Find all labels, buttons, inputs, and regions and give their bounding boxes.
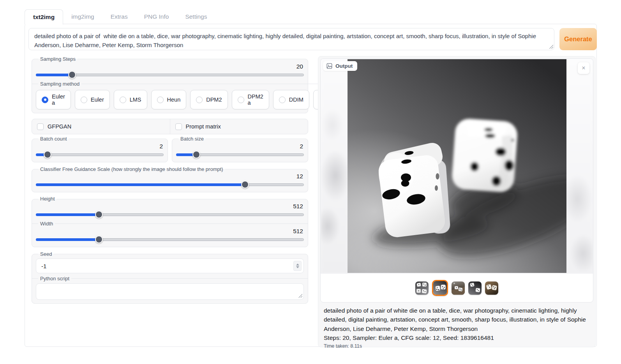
height-value: 512 bbox=[36, 202, 304, 210]
seed-stepper[interactable] bbox=[293, 261, 302, 271]
gallery-thumbnails bbox=[321, 274, 593, 302]
tab-txt2img[interactable]: txt2img bbox=[25, 9, 63, 25]
batch-count-label: Batch count bbox=[38, 136, 69, 142]
radio-label: DPM2 bbox=[206, 97, 222, 103]
prompt-matrix-checkbox[interactable] bbox=[175, 123, 182, 130]
seed-group: Seed Python script bbox=[32, 251, 308, 304]
slider-track[interactable] bbox=[36, 74, 304, 76]
width-slider[interactable] bbox=[36, 236, 304, 243]
settings-column: Sampling Steps 20 Sampling method Euler … bbox=[32, 56, 308, 304]
prompt-matrix-checkbox-cell[interactable]: Prompt matrix bbox=[170, 119, 308, 134]
output-panel: Output × bbox=[318, 56, 596, 347]
radio-dpm2[interactable]: DPM2 bbox=[190, 90, 228, 109]
slider-thumb[interactable] bbox=[44, 151, 51, 158]
cfg-scale-label: Classifier Free Guidance Scale (how stro… bbox=[38, 166, 225, 172]
gallery-thumbnail-3[interactable] bbox=[452, 281, 465, 295]
python-script-wrap bbox=[36, 283, 304, 300]
cfg-scale-slider[interactable] bbox=[36, 181, 304, 188]
batch-count-group: Batch count 2 bbox=[32, 136, 168, 162]
tab-extras[interactable]: Extras bbox=[102, 9, 136, 25]
radio-circle bbox=[196, 97, 203, 103]
sampling-method-label: Sampling method bbox=[38, 81, 81, 87]
seed-input[interactable] bbox=[36, 259, 303, 273]
batch-size-slider[interactable] bbox=[176, 151, 304, 158]
slider-fill bbox=[36, 238, 99, 241]
image-icon bbox=[326, 63, 332, 69]
image-blur-edge-left bbox=[321, 59, 348, 274]
slider-thumb[interactable] bbox=[68, 71, 76, 79]
seed-label: Seed bbox=[38, 251, 54, 257]
sampling-group: Sampling Steps 20 Sampling method Euler … bbox=[32, 56, 308, 113]
width-value: 512 bbox=[36, 227, 304, 235]
gallery-thumbnail-4[interactable] bbox=[468, 281, 482, 295]
radio-circle bbox=[238, 97, 244, 103]
cfg-scale-value: 12 bbox=[36, 172, 304, 180]
gfpgan-checkbox-cell[interactable]: GFPGAN bbox=[32, 119, 170, 134]
radio-label: LMS bbox=[130, 97, 141, 103]
radio-lms[interactable]: LMS bbox=[114, 90, 147, 109]
generate-button[interactable]: Generate bbox=[559, 28, 597, 50]
cfg-scale-group: Classifier Free Guidance Scale (how stro… bbox=[32, 166, 308, 193]
gallery-thumbnail-1[interactable] bbox=[415, 281, 429, 295]
image-blur-edge-right bbox=[566, 59, 593, 274]
radio-label: Euler bbox=[91, 97, 104, 103]
radio-heun[interactable]: Heun bbox=[151, 90, 187, 109]
radio-label: DPM2 a bbox=[248, 93, 263, 106]
slider-thumb[interactable] bbox=[95, 236, 103, 243]
tab-img2img[interactable]: img2img bbox=[63, 9, 102, 25]
stepper-up-icon[interactable] bbox=[296, 264, 299, 266]
sampling-method-group: Sampling method Euler a Euler LMS bbox=[32, 81, 354, 110]
slider-thumb[interactable] bbox=[241, 181, 249, 188]
radio-circle bbox=[157, 97, 164, 103]
batch-size-label: Batch size bbox=[178, 136, 206, 142]
batch-size-group: Batch size 2 bbox=[172, 136, 308, 162]
radio-dpm2-a[interactable]: DPM2 a bbox=[232, 90, 269, 109]
radio-label: Euler a bbox=[52, 93, 65, 106]
python-script-group: Python script bbox=[32, 276, 308, 300]
radio-label: Heun bbox=[167, 97, 181, 103]
prompt-input[interactable]: detailed photo of a pair of white die on… bbox=[28, 28, 554, 50]
gallery-thumbnail-2-selected[interactable] bbox=[432, 280, 448, 296]
sampling-method-options: Euler a Euler LMS Heun bbox=[36, 90, 350, 109]
python-script-label: Python script bbox=[38, 276, 71, 282]
txt2img-panel: detailed photo of a pair of white die on… bbox=[25, 24, 597, 347]
height-slider[interactable] bbox=[36, 211, 304, 218]
radio-label: DDIM bbox=[289, 97, 303, 103]
python-script-input[interactable] bbox=[36, 284, 303, 299]
gfpgan-label: GFPGAN bbox=[48, 123, 71, 130]
width-label: Width bbox=[38, 221, 55, 227]
width-group: Width 512 bbox=[32, 221, 308, 243]
generation-info: detailed photo of a pair of white die on… bbox=[320, 302, 593, 349]
radio-circle bbox=[120, 97, 126, 103]
radio-euler-a[interactable]: Euler a bbox=[36, 90, 71, 109]
stepper-down-icon[interactable] bbox=[296, 266, 299, 268]
sampling-steps-slider[interactable] bbox=[36, 71, 304, 79]
tab-png-info[interactable]: PNG Info bbox=[136, 9, 177, 25]
radio-ddim[interactable]: DDIM bbox=[273, 90, 309, 109]
radio-euler[interactable]: Euler bbox=[75, 90, 110, 109]
options-checkbox-row: GFPGAN Prompt matrix bbox=[32, 119, 308, 134]
slider-track[interactable] bbox=[36, 153, 164, 156]
output-label: Output bbox=[335, 63, 353, 69]
batch-row: Batch count 2 Batch size 2 bbox=[32, 136, 308, 162]
gallery-thumbnail-5[interactable] bbox=[485, 281, 498, 295]
time-taken-text: Time taken: 8.11s bbox=[324, 343, 590, 349]
batch-count-slider[interactable] bbox=[36, 151, 164, 158]
output-label-chip: Output bbox=[323, 61, 357, 71]
close-output-button[interactable]: × bbox=[578, 62, 589, 74]
gfpgan-checkbox[interactable] bbox=[37, 123, 44, 130]
radio-circle bbox=[81, 97, 87, 103]
tab-settings[interactable]: Settings bbox=[177, 9, 215, 25]
batch-size-value: 2 bbox=[176, 142, 304, 150]
radio-circle-checked bbox=[42, 97, 48, 103]
seed-input-wrap bbox=[36, 258, 304, 273]
slider-fill bbox=[36, 183, 245, 186]
info-params-text: Steps: 20, Sampler: Euler a, CFG scale: … bbox=[324, 333, 590, 342]
slider-thumb[interactable] bbox=[95, 211, 103, 218]
dimensions-group: Height 512 Width 512 bbox=[32, 196, 308, 247]
output-gallery: Output × bbox=[320, 58, 593, 302]
slider-thumb[interactable] bbox=[192, 151, 200, 158]
height-label: Height bbox=[38, 196, 57, 202]
generated-image-dice bbox=[348, 59, 566, 273]
tab-bar: txt2img img2img Extras PNG Info Settings bbox=[25, 9, 215, 25]
